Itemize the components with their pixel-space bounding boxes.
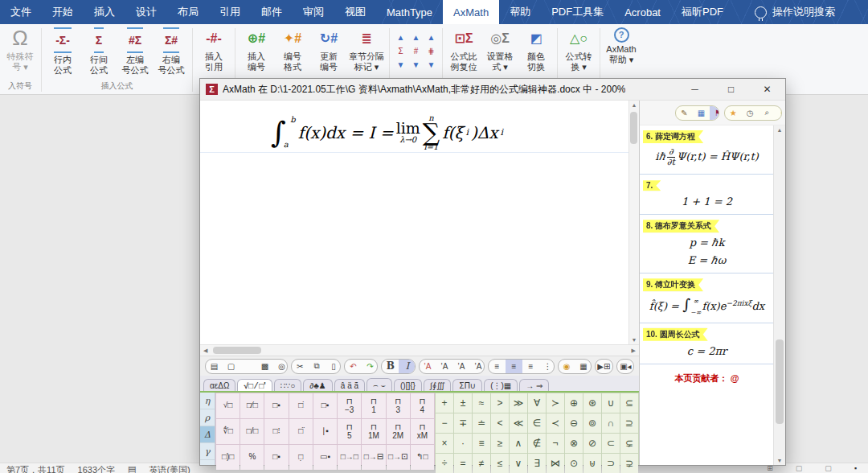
- equation-canvas[interactable]: ∫ba f(x)dx = I = limλ→0 n∑i=1 f(ξi)Δxi ▲…: [200, 101, 639, 344]
- operator-cell[interactable]: +: [436, 393, 453, 413]
- template-cell[interactable]: ↰□: [411, 445, 434, 470]
- toolbar-button[interactable]: [240, 360, 256, 373]
- palette-tab[interactable]: ∷∵○: [274, 379, 302, 391]
- template-cell[interactable]: ▭▪: [313, 445, 337, 470]
- toolbar-button[interactable]: ʼA: [420, 360, 436, 373]
- operator-cell[interactable]: <: [491, 413, 509, 433]
- toolbar-button[interactable]: ʼA: [453, 360, 470, 373]
- nudge-arrow-button[interactable]: ▼: [428, 60, 436, 69]
- library-tool-icon[interactable]: ◷: [742, 106, 759, 120]
- template-cell[interactable]: □)□: [216, 445, 240, 470]
- operator-cell[interactable]: ≐: [473, 413, 490, 433]
- word-count[interactable]: 1633个字: [78, 464, 115, 473]
- template-cell[interactable]: □⁝: [264, 419, 288, 444]
- palette-tab[interactable]: → ⇒: [519, 379, 549, 391]
- operator-cell[interactable]: ±: [454, 393, 472, 413]
- recent-symbol-cell[interactable]: γ: [200, 443, 215, 460]
- toolbar-button[interactable]: ▣◂: [617, 360, 634, 373]
- palette-tab[interactable]: αεΔΩ: [203, 379, 235, 391]
- toolbar-button[interactable]: ◎: [273, 360, 288, 373]
- toolbar-button[interactable]: ◉: [559, 360, 575, 373]
- toolbar-button[interactable]: ↷: [362, 360, 378, 373]
- numbering-button[interactable]: ≣ 章节分隔标记 ▾: [347, 26, 386, 72]
- operator-cell[interactable]: ⊎: [583, 454, 601, 473]
- ribbon-tab[interactable]: MathType: [376, 0, 443, 24]
- operator-cell[interactable]: ∀: [528, 393, 546, 413]
- template-cell[interactable]: □/□: [240, 419, 264, 444]
- template-cell[interactable]: □̇: [289, 393, 313, 418]
- library-tool-icon[interactable]: ★: [725, 106, 742, 120]
- toolbar-button[interactable]: ↶: [345, 360, 362, 373]
- nudge-arrow-button[interactable]: ▼: [397, 60, 405, 69]
- operator-cell[interactable]: ⊛: [583, 393, 601, 413]
- maximize-button[interactable]: □: [713, 79, 749, 100]
- operator-cell[interactable]: ≪: [510, 413, 527, 433]
- formula-item-7[interactable]: 7. 1 + 1 = 2: [640, 175, 774, 215]
- operator-cell[interactable]: ≈: [473, 393, 490, 413]
- operator-cell[interactable]: ⊇: [620, 413, 638, 433]
- nudge-arrow-button[interactable]: ▲: [412, 33, 420, 42]
- ribbon-tab[interactable]: 插入: [84, 0, 125, 24]
- template-cell[interactable]: ⊓ 5: [338, 419, 361, 444]
- nudge-arrow-button[interactable]: ▼: [412, 60, 420, 69]
- template-cell[interactable]: ⊓ 3: [387, 393, 410, 418]
- toolbar-button[interactable]: ▩: [256, 360, 273, 373]
- operator-cell[interactable]: ∧: [510, 434, 527, 453]
- format-button[interactable]: ◩ 颜色切换: [518, 26, 554, 72]
- ribbon-tab[interactable]: 文件: [0, 0, 42, 24]
- operator-cell[interactable]: ⊂: [602, 434, 620, 453]
- operator-cell[interactable]: ⊙: [565, 454, 583, 473]
- operator-cell[interactable]: ∪: [602, 393, 620, 413]
- toolbar-button[interactable]: ≡: [522, 360, 539, 373]
- tell-me-search[interactable]: 操作说明搜索: [755, 0, 835, 24]
- toolbar-button[interactable]: ▶⊞: [596, 360, 612, 373]
- operator-cell[interactable]: ∨: [510, 454, 527, 473]
- scrollbar-thumb[interactable]: [776, 339, 784, 425]
- recent-symbol-cell[interactable]: η: [200, 393, 215, 409]
- view-mode-icon[interactable]: ▢: [825, 464, 832, 472]
- operator-cell[interactable]: ⊕: [565, 393, 583, 413]
- nudge-arrow-button[interactable]: Σ: [398, 47, 403, 56]
- ribbon-tab[interactable]: Acrobat: [614, 0, 671, 24]
- operator-cell[interactable]: ∈: [528, 413, 546, 433]
- template-cell[interactable]: ⊓ 1: [362, 393, 385, 418]
- operator-cell[interactable]: >: [491, 393, 509, 413]
- ribbon-tab[interactable]: 福昕PDF: [671, 0, 734, 24]
- library-tool-icon[interactable]: ⚑: [710, 106, 719, 120]
- template-cell[interactable]: □→□: [338, 445, 361, 470]
- operator-cell[interactable]: ≫: [510, 393, 527, 413]
- template-cell[interactable]: □→⊡: [387, 445, 410, 470]
- operator-cell[interactable]: ⊊: [620, 434, 638, 453]
- library-tool-icon[interactable]: ✎: [676, 106, 693, 120]
- formula-item-8[interactable]: 8. 德布罗意关系式 p = ℏk E = ℏω: [640, 215, 774, 274]
- operator-cell[interactable]: ≺: [547, 413, 564, 433]
- toolbar-button[interactable]: ▤: [206, 360, 223, 373]
- insert-citation-button[interactable]: -#- 插入引用: [196, 26, 231, 72]
- ribbon-tab[interactable]: 帮助: [499, 0, 541, 24]
- library-tool-icon[interactable]: ❖: [776, 106, 782, 120]
- toolbar-button[interactable]: ≡: [506, 360, 522, 373]
- operator-cell[interactable]: ∉: [528, 434, 546, 453]
- nudge-arrow-button[interactable]: #: [414, 47, 419, 56]
- operator-cell[interactable]: ÷: [436, 454, 453, 473]
- toolbar-button[interactable]: ✂: [292, 360, 309, 373]
- toolbar-button[interactable]: I: [399, 360, 415, 373]
- nudge-arrow-button[interactable]: ⋕: [428, 47, 434, 56]
- template-cell[interactable]: □→⊟: [362, 445, 385, 470]
- formula-item-10[interactable]: 10. 圆周长公式 c = 2πr: [640, 323, 774, 364]
- insert-formula-button[interactable]: #Σ 左编号公式: [117, 26, 153, 76]
- toolbar-button[interactable]: ≡: [489, 360, 506, 373]
- template-cell[interactable]: %: [240, 445, 264, 470]
- minimize-button[interactable]: ─: [677, 79, 713, 100]
- close-button[interactable]: ✕: [749, 79, 785, 100]
- toolbar-button[interactable]: ▢: [223, 360, 240, 373]
- language-indicator[interactable]: 英语(美国): [149, 464, 190, 473]
- ribbon-tab[interactable]: 引用: [209, 0, 251, 24]
- toolbar-button[interactable]: ▯: [326, 360, 341, 373]
- template-cell[interactable]: □̈: [289, 419, 313, 444]
- operator-cell[interactable]: ⊃: [602, 454, 620, 473]
- toolbar-button[interactable]: ʼA: [470, 360, 485, 373]
- toolbar-button[interactable]: ʼA: [436, 360, 453, 373]
- special-symbol-button[interactable]: Ω 特殊符号 ▾: [2, 26, 38, 72]
- template-cell[interactable]: □▪: [264, 393, 288, 418]
